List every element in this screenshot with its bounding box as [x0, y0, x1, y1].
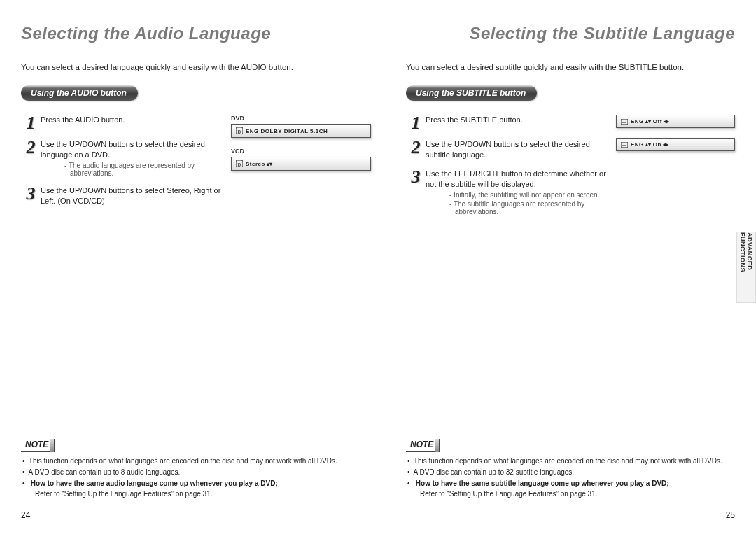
osd-label: VCD: [231, 148, 371, 155]
audio-icon: )): [236, 127, 243, 134]
page-24: Selecting the Audio Language You can sel…: [0, 0, 378, 534]
step-text: Use the LEFT/RIGHT button to determine w…: [426, 169, 610, 190]
subtitle-icon: [621, 119, 628, 125]
step-number: 2: [406, 139, 426, 155]
leftright-arrow-icon: ◂▸: [664, 118, 670, 125]
leftright-arrow-icon: ◂▸: [663, 141, 669, 148]
osd-state: On: [653, 141, 662, 148]
step-subnote: Initially, the subtitling will not appea…: [435, 191, 610, 199]
section-pill: Using the SUBTITLE button: [406, 85, 537, 101]
osd-box: )) ENG DOLBY DIGITAL 5.1CH: [231, 124, 371, 138]
step-text: Use the UP/DOWN buttons to select Stereo…: [41, 185, 225, 206]
step-text: Press the SUBTITLE button.: [426, 115, 523, 125]
updown-arrow-icon: ▴▾: [645, 141, 652, 148]
subtitle-icon: [621, 142, 628, 148]
intro-text: You can select a desired language quickl…: [21, 63, 371, 71]
osd-lang: ENG: [631, 141, 644, 148]
note-sub-text: Refer to “Setting Up the Language Featur…: [413, 489, 735, 498]
display-column: DVD )) ENG DOLBY DIGITAL 5.1CH VCD )): [225, 115, 371, 181]
updown-arrow-icon: ▴▾: [267, 161, 273, 167]
osd-state: Off: [653, 118, 662, 125]
two-page-spread: Selecting the Audio Language You can sel…: [0, 0, 756, 534]
updown-arrow-icon: ▴▾: [645, 118, 652, 125]
page-25: Selecting the Subtitle Language You can …: [378, 0, 756, 534]
note-bold-text: How to have the same subtitle language c…: [416, 479, 669, 487]
svg-rect-6: [621, 142, 628, 148]
page-title: Selecting the Audio Language: [21, 24, 371, 43]
display-column: ENG ▴▾ Off ◂▸ ENG ▴▾ On ◂▸: [610, 115, 735, 161]
content-row: 1 Press the SUBTITLE button. 2 Use the U…: [406, 115, 735, 224]
step-2: 2 Use the UP/DOWN buttons to select the …: [406, 139, 610, 160]
step-text: Press the AUDIO button.: [41, 115, 125, 125]
step-1: 1 Press the SUBTITLE button.: [406, 115, 610, 131]
steps-column: 1 Press the SUBTITLE button. 2 Use the U…: [406, 115, 610, 224]
steps-column: 1 Press the AUDIO button. 2 Use the UP/D…: [21, 115, 225, 215]
step-number: 1: [406, 115, 426, 131]
page-number: 25: [726, 510, 735, 520]
note-label: NOTE: [21, 439, 54, 452]
svg-text:)): )): [238, 129, 241, 134]
osd-vcd: VCD )) Stereo ▴▾: [231, 148, 371, 171]
step-2: 2 Use the UP/DOWN buttons to select the …: [21, 139, 225, 177]
note-bold-text: How to have the same audio language come…: [31, 479, 278, 487]
note-item: This function depends on what languages …: [406, 456, 735, 465]
step-number: 1: [21, 115, 41, 131]
step-number: 3: [21, 185, 41, 202]
note-sub-text: Refer to “Setting Up the Language Featur…: [28, 489, 357, 498]
note-item-bold: How to have the same audio language come…: [21, 479, 357, 498]
note-item: A DVD disc can contain up to 32 subtitle…: [406, 468, 735, 477]
step-text: Use the UP/DOWN buttons to select the de…: [426, 139, 610, 160]
note-item: This function depends on what languages …: [21, 456, 357, 465]
note-list: This function depends on what languages …: [21, 456, 357, 498]
osd-on: ENG ▴▾ On ◂▸: [616, 138, 735, 151]
step-subnote: The subtitle languages are represented b…: [435, 200, 610, 216]
step-1: 1 Press the AUDIO button.: [21, 115, 225, 131]
note-list: This function depends on what languages …: [406, 456, 735, 498]
osd-box: )) Stereo ▴▾: [231, 157, 371, 171]
audio-icon: )): [236, 160, 243, 167]
step-3: 3 Use the LEFT/RIGHT button to determine…: [406, 169, 610, 216]
content-row: 1 Press the AUDIO button. 2 Use the UP/D…: [21, 115, 371, 215]
step-number: 2: [21, 139, 41, 155]
osd-text: ENG DOLBY DIGITAL 5.1CH: [246, 128, 328, 134]
step-subnote: The audio languages are represented by a…: [50, 162, 225, 177]
osd-box: ENG ▴▾ Off ◂▸: [616, 115, 735, 128]
step-text: Use the UP/DOWN buttons to select the de…: [41, 139, 225, 160]
svg-text:)): )): [238, 162, 241, 167]
section-tab-advanced-functions: ADVANCED FUNCTIONS: [736, 232, 756, 303]
svg-rect-4: [621, 119, 628, 125]
note-item: A DVD disc can contain up to 8 audio lan…: [21, 468, 357, 477]
osd-dvd: DVD )) ENG DOLBY DIGITAL 5.1CH: [231, 115, 371, 138]
note-item-bold: How to have the same subtitle language c…: [406, 479, 735, 498]
osd-off: ENG ▴▾ Off ◂▸: [616, 115, 735, 128]
osd-text: Stereo: [246, 161, 265, 167]
section-pill: Using the AUDIO button: [21, 85, 138, 101]
page-number: 24: [21, 510, 30, 520]
page-title: Selecting the Subtitle Language: [406, 24, 735, 43]
note-label: NOTE: [406, 439, 439, 452]
step-3: 3 Use the UP/DOWN buttons to select Ster…: [21, 185, 225, 206]
osd-label: DVD: [231, 115, 371, 122]
intro-text: You can select a desired subtitle quickl…: [406, 63, 735, 71]
note-block: NOTE This function depends on what langu…: [21, 439, 357, 500]
note-block: NOTE This function depends on what langu…: [406, 439, 735, 500]
osd-lang: ENG: [631, 118, 644, 125]
osd-box: ENG ▴▾ On ◂▸: [616, 138, 735, 151]
step-number: 3: [406, 169, 426, 185]
